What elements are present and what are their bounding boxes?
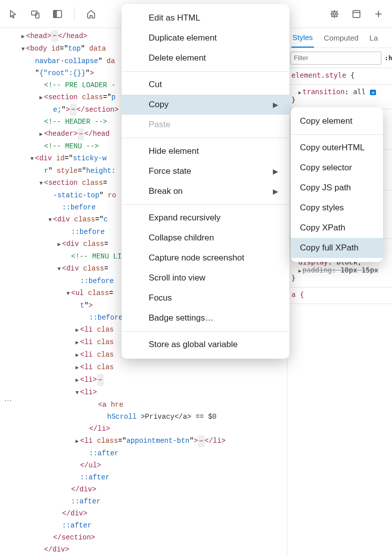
tab-styles[interactable]: Styles (291, 28, 314, 48)
menu-item-paste: Paste (122, 115, 289, 135)
dom-row[interactable]: ▶<li class="appointment-btn">⋯</li> (2, 435, 287, 447)
dom-row[interactable]: ▶<li clas (2, 361, 287, 374)
home-icon[interactable] (86, 9, 97, 20)
pointer-icon[interactable] (8, 9, 19, 20)
menu-item-break-on[interactable]: Break on▶ (122, 181, 289, 201)
menu-item-hide-element[interactable]: Hide element (122, 141, 289, 161)
menu-item-cut[interactable]: Cut (122, 75, 289, 95)
panel-icon[interactable] (52, 9, 63, 20)
dom-row[interactable]: ::after (2, 471, 287, 483)
svg-rect-3 (54, 11, 57, 18)
menu-item-expand-recursively[interactable]: Expand recursively (122, 208, 289, 228)
menu-item-copy-element[interactable]: Copy element (291, 111, 383, 131)
dom-row[interactable]: ::after (2, 447, 287, 459)
menu-item-copy-js-path[interactable]: Copy JS path (291, 178, 383, 198)
menu-separator (122, 331, 289, 332)
menu-item-copy-outerhtml[interactable]: Copy outerHTML (291, 138, 383, 158)
styles-tabs: Styles Computed La (287, 28, 392, 48)
menu-item-copy-xpath[interactable]: Copy XPath (291, 218, 383, 238)
menu-item-store-as-global-variable[interactable]: Store as global variable (122, 335, 289, 355)
hov-toggle[interactable]: :ho (384, 54, 392, 62)
menu-separator (291, 134, 383, 135)
menu-item-delete-element[interactable]: Delete element (122, 48, 289, 68)
menu-item-duplicate-element[interactable]: Duplicate element (122, 28, 289, 48)
menu-item-copy-selector[interactable]: Copy selector (291, 158, 383, 178)
css-rule[interactable]: ▶transition: all ⇄} (287, 85, 392, 109)
menu-item-badge-settings-[interactable]: Badge settings… (122, 308, 289, 328)
menu-item-capture-node-screenshot[interactable]: Capture node screenshot (122, 248, 289, 268)
menu-item-copy-full-xpath[interactable]: Copy full XPath (291, 238, 383, 258)
menu-item-scroll-into-view[interactable]: Scroll into view (122, 268, 289, 288)
tab-computed[interactable]: Computed (323, 28, 359, 48)
devices-icon[interactable] (30, 9, 41, 20)
plus-icon[interactable] (373, 9, 384, 20)
css-rule[interactable]: a { (287, 288, 392, 304)
filter-row: :ho (287, 48, 392, 68)
menu-separator (122, 71, 289, 72)
menu-item-focus[interactable]: Focus (122, 288, 289, 308)
dom-row[interactable]: </div> (2, 543, 287, 555)
svg-rect-4 (332, 12, 337, 17)
copy-submenu: Copy elementCopy outerHTMLCopy selectorC… (291, 107, 383, 262)
menu-separator (122, 138, 289, 138)
window-icon[interactable] (351, 9, 362, 20)
dom-row[interactable]: </li> (2, 423, 287, 435)
dom-row[interactable]: ::after (2, 519, 287, 531)
dom-row[interactable]: </div> (2, 507, 287, 519)
menu-item-force-state[interactable]: Force state▶ (122, 161, 289, 181)
tab-layout[interactable]: La (368, 28, 379, 48)
dom-row[interactable]: hScroll >Privacy</a> == $0 (2, 411, 287, 423)
dom-row[interactable]: </section> (2, 531, 287, 543)
dom-row[interactable]: ::after (2, 495, 287, 507)
chip-icon[interactable] (329, 9, 340, 20)
menu-item-edit-as-html[interactable]: Edit as HTML (122, 8, 289, 28)
menu-item-collapse-children[interactable]: Collapse children (122, 228, 289, 248)
toolbar-divider (74, 7, 75, 21)
dom-row[interactable]: </div> (2, 483, 287, 495)
dom-row[interactable]: ▼<li> (2, 386, 287, 399)
menu-item-copy[interactable]: Copy▶ (122, 95, 289, 115)
dom-row[interactable]: ▶<li>⋯ (2, 374, 287, 386)
filter-input[interactable] (290, 52, 381, 65)
dom-row[interactable]: <a hre (2, 399, 287, 411)
svg-rect-6 (353, 11, 360, 18)
svg-point-5 (333, 13, 336, 15)
context-menu: Edit as HTMLDuplicate elementDelete elem… (122, 4, 289, 359)
dom-row[interactable]: </ul> (2, 459, 287, 471)
gutter-overflow-icon[interactable]: ⋯ (4, 396, 13, 405)
css-rule[interactable]: element.style { (287, 68, 392, 85)
menu-item-copy-styles[interactable]: Copy styles (291, 198, 383, 218)
menu-separator (122, 204, 289, 205)
